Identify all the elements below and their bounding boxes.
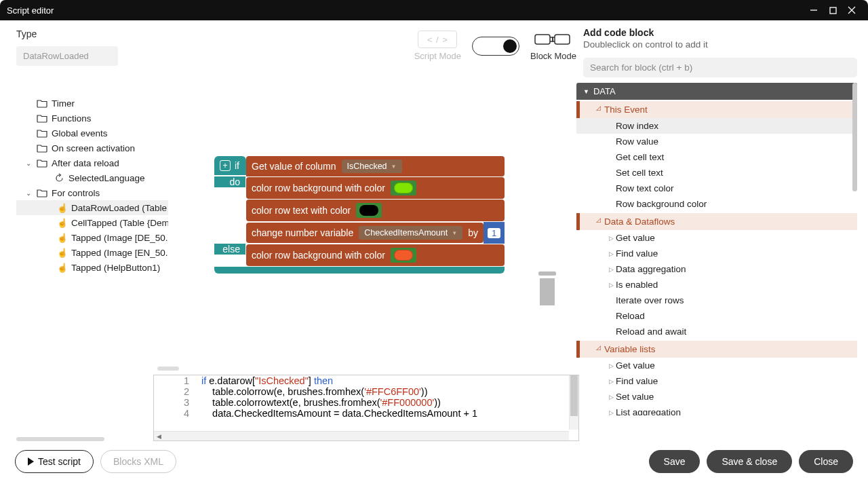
left-panel: Type DataRowLoaded Timer Functions Globa…	[0, 20, 153, 441]
block-is-enabled[interactable]: ▷Is enabled	[576, 277, 857, 293]
search-input[interactable]: Search for block (ctrl + b)	[583, 58, 857, 77]
else-label: else	[214, 244, 245, 255]
pointer-icon: ☝	[57, 248, 67, 258]
tree-after-reload[interactable]: ⌄After data reload	[16, 155, 153, 170]
svg-rect-6	[538, 271, 556, 276]
block-mode-button[interactable]: Block Mode	[530, 31, 576, 61]
chevron-down-icon: ▼	[391, 164, 397, 170]
mode-toggle[interactable]	[472, 37, 519, 56]
block-row-text-color[interactable]: Row text color	[576, 181, 857, 196]
tree-hscroll[interactable]	[16, 437, 104, 441]
subcat-dataflows[interactable]: ◿Data & Dataflows	[576, 213, 857, 230]
folder-icon	[37, 188, 47, 198]
tree-global-events[interactable]: Global events	[16, 126, 153, 140]
tree-item-tapped-en[interactable]: ☝Tapped (Image [EN_50.p	[16, 245, 168, 260]
chevron-down-icon: ▼	[583, 88, 589, 95]
block-vl-set-value[interactable]: ▷Set value	[576, 389, 857, 405]
test-script-button[interactable]: Test script	[15, 450, 94, 473]
block-icon	[534, 31, 572, 48]
pointer-icon: ☝	[57, 203, 67, 213]
resize-handle[interactable]	[157, 367, 179, 371]
folder-icon	[37, 158, 47, 168]
change-variable-block[interactable]: change number variable CheckedItemsAmoun…	[246, 223, 484, 243]
svg-rect-7	[540, 278, 555, 305]
block-row-index[interactable]: Row index	[576, 118, 857, 134]
chevron-down-icon: ⌄	[26, 189, 35, 197]
if-block-footer	[214, 267, 505, 274]
svg-rect-4	[535, 35, 550, 44]
center-panel: < / > Script Mode Block Mode + if	[153, 20, 576, 441]
folder-icon	[37, 98, 47, 108]
column-dropdown[interactable]: IsChecked▼	[342, 159, 402, 173]
color-row-text-block[interactable]: color row text with color	[246, 200, 505, 221]
tree-item-datarowloaded[interactable]: ☝DataRowLoaded (Table	[16, 200, 168, 215]
chevron-right-icon: ▷	[609, 409, 614, 415]
block-mode-label: Block Mode	[530, 51, 576, 61]
tree-timer[interactable]: Timer	[16, 96, 153, 111]
subcat-variable-lists[interactable]: ◿Variable lists	[576, 341, 857, 358]
number-input-block[interactable]: 1	[484, 222, 505, 244]
tree-on-screen[interactable]: On screen activation	[16, 140, 153, 155]
block-row-value[interactable]: Row value	[576, 134, 857, 149]
do-label: do	[214, 176, 245, 187]
tree-item-tapped-de[interactable]: ☝Tapped (Image [DE_50.p	[16, 230, 168, 245]
category-data[interactable]: ▼DATA	[576, 83, 857, 100]
right-panel: Add code block Doubleclick on control to…	[576, 20, 868, 441]
close-icon[interactable]	[842, 1, 861, 20]
footer: Test script Blocks XML Save Save & close…	[0, 441, 868, 482]
expand-icon[interactable]: +	[220, 160, 231, 171]
code-editor[interactable]: 1if e.datarow["IsChecked"] then 2 table.…	[153, 375, 579, 441]
block-reload[interactable]: Reload	[576, 308, 857, 324]
trash-icon[interactable]	[536, 271, 559, 309]
variable-dropdown[interactable]: CheckedItemsAmount▼	[359, 226, 462, 240]
chevron-right-icon: ▷	[609, 362, 614, 369]
type-field[interactable]: DataRowLoaded	[16, 46, 118, 66]
get-value-block[interactable]: Get value of column IsChecked▼	[246, 156, 505, 176]
tree-item-celltapped[interactable]: ☝CellTapped (Table {Dem	[16, 215, 168, 230]
event-tree: Timer Functions Global events On screen …	[16, 96, 153, 275]
tree-functions[interactable]: Functions	[16, 111, 153, 126]
if-block-header[interactable]: + if	[214, 156, 246, 175]
blocks-canvas[interactable]: + if Get value of column IsChecked▼ do	[214, 156, 505, 274]
tree-selected-language[interactable]: SelectedLanguage	[16, 170, 153, 185]
save-close-button[interactable]: Save & close	[707, 450, 792, 473]
maximize-icon[interactable]	[823, 1, 842, 20]
tree-item-tapped-help[interactable]: ☝Tapped (HelpButton1)	[16, 260, 168, 275]
chevron-right-icon: ▷	[609, 235, 614, 242]
close-button[interactable]: Close	[799, 450, 853, 473]
chevron-right-icon: ▷	[609, 394, 614, 400]
code-hscroll[interactable]: ◀	[154, 431, 569, 440]
folder-icon	[37, 143, 47, 153]
save-button[interactable]: Save	[649, 450, 701, 473]
pointer-icon: ☝	[57, 218, 67, 228]
folder-icon	[37, 113, 47, 123]
block-vl-find-value[interactable]: ▷Find value	[576, 373, 857, 389]
block-row-bg-color[interactable]: Row background color	[576, 196, 857, 212]
color-row-bg-block[interactable]: color row background with color	[246, 177, 505, 199]
block-iterate-rows[interactable]: Iterate over rows	[576, 293, 857, 308]
block-get-cell-text[interactable]: Get cell text	[576, 149, 857, 165]
block-vl-get-value[interactable]: ▷Get value	[576, 358, 857, 373]
tree-for-controls[interactable]: ⌄For controls	[16, 185, 153, 200]
chevron-down-icon: ◿	[596, 217, 601, 223]
chevron-right-icon: ▷	[609, 378, 614, 385]
block-vl-list-aggregation[interactable]: ▷List aggregation	[576, 405, 857, 415]
subcat-this-event[interactable]: ◿This Event	[576, 101, 857, 118]
block-reload-await[interactable]: Reload and await	[576, 324, 857, 339]
code-icon: < / >	[418, 31, 457, 48]
window-title: Script editor	[7, 5, 54, 16]
script-mode-button[interactable]: < / > Script Mode	[414, 31, 461, 61]
color-swatch-black[interactable]	[359, 205, 378, 216]
chevron-down-icon: ◿	[596, 105, 601, 111]
script-mode-label: Script Mode	[414, 51, 461, 61]
block-find-value[interactable]: ▷Find value	[576, 246, 857, 261]
color-swatch-orange[interactable]	[394, 250, 413, 261]
panel-vscroll[interactable]	[852, 83, 857, 191]
block-set-cell-text[interactable]: Set cell text	[576, 165, 857, 181]
blocks-xml-button[interactable]: Blocks XML	[100, 450, 176, 473]
color-row-bg-else-block[interactable]: color row background with color	[246, 244, 505, 266]
minimize-icon[interactable]	[804, 1, 823, 20]
block-data-aggregation[interactable]: ▷Data aggregation	[576, 261, 857, 277]
block-get-value[interactable]: ▷Get value	[576, 230, 857, 246]
color-swatch-green[interactable]	[394, 183, 413, 193]
